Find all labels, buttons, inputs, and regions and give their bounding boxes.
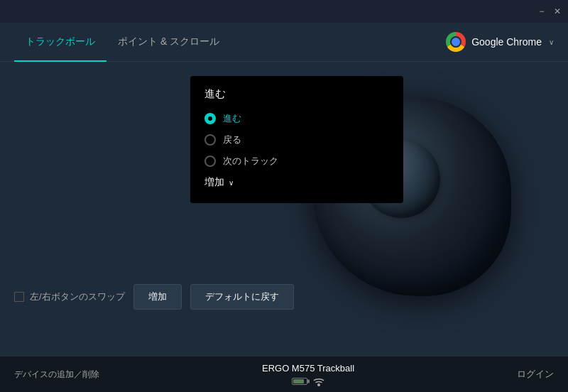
dropdown-title: 進む (204, 87, 389, 101)
expand-label: 増加 (204, 176, 224, 189)
footer-center: ERGO M575 Trackball (99, 363, 517, 386)
minimize-button[interactable]: − (537, 6, 547, 16)
increase-button[interactable]: 増加 (133, 284, 182, 310)
bottom-controls: 左/右ボタンのスワップ 増加 デフォルトに戻す (0, 273, 568, 321)
header: トラックボール ポイント & スクロール Google Chrome ∨ (0, 23, 568, 62)
option-back[interactable]: 戻る (204, 134, 389, 146)
radio-back-icon (204, 134, 216, 146)
option-next-track-label: 次のトラック (223, 155, 278, 168)
expand-more-button[interactable]: 増加 ∨ (204, 176, 389, 189)
footer: デバイスの追加／削除 ERGO M575 Trackball ログイン (0, 356, 568, 392)
close-button[interactable]: ✕ (552, 6, 562, 16)
chrome-icon (446, 32, 466, 52)
device-name: ERGO M575 Trackball (262, 363, 354, 374)
swap-checkbox-label[interactable]: 左/右ボタンのスワップ (14, 290, 125, 303)
reset-default-button[interactable]: デフォルトに戻す (190, 284, 294, 310)
option-forward-label: 進む (223, 112, 241, 125)
header-right: Google Chrome ∨ (446, 32, 554, 52)
add-remove-device-link[interactable]: デバイスの追加／削除 (14, 369, 99, 381)
app-chevron-icon[interactable]: ∨ (549, 38, 554, 46)
footer-device-icons (292, 376, 324, 386)
battery-fill (293, 379, 304, 383)
login-button[interactable]: ログイン (517, 368, 554, 381)
option-next-track[interactable]: 次のトラック (204, 155, 389, 168)
option-forward[interactable]: 進む (204, 112, 389, 125)
tab-point-scroll[interactable]: ポイント & スクロール (106, 23, 231, 62)
svg-point-0 (317, 383, 320, 386)
swap-checkbox[interactable] (14, 292, 24, 302)
app-name-label: Google Chrome (471, 36, 542, 48)
swap-label: 左/右ボタンのスワップ (30, 290, 125, 303)
battery-icon (292, 378, 307, 385)
tab-trackball[interactable]: トラックボール (14, 23, 106, 62)
connection-icon (313, 376, 324, 386)
title-bar: − ✕ (0, 0, 568, 23)
radio-next-track-icon (204, 156, 216, 167)
radio-forward-icon (204, 113, 216, 124)
option-back-label: 戻る (223, 134, 241, 146)
action-dropdown: 進む 進む 戻る 次のトラック 増加 ∨ (190, 76, 403, 203)
main-content: 進む 進む 戻る 次のトラック 増加 ∨ 左/右ボタンのスワップ 増加 デフォル… (0, 62, 568, 356)
expand-chevron-icon: ∨ (229, 179, 234, 187)
